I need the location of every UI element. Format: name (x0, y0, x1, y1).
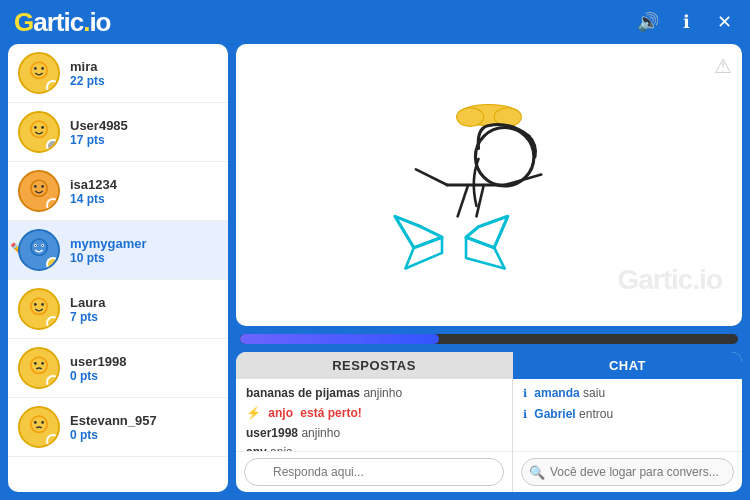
svg-point-8 (34, 126, 37, 129)
svg-point-4 (41, 67, 44, 70)
player-item: Laura 7 pts (8, 280, 228, 339)
chat-username: Gabriel (534, 407, 575, 421)
svg-point-26 (41, 303, 44, 306)
player-info: isa1234 14 pts (70, 177, 218, 206)
player-name: mymygamer (70, 236, 218, 251)
svg-point-14 (41, 185, 44, 188)
sidebar: mira 22 pts User4985 17 pts isa1234 (8, 44, 228, 492)
search-icon: 🔍 (529, 465, 545, 480)
player-info: mymygamer 10 pts (70, 236, 218, 265)
player-pts: 17 pts (70, 133, 218, 147)
player-pts: 22 pts (70, 74, 218, 88)
svg-point-40 (475, 128, 533, 186)
svg-point-25 (34, 303, 37, 306)
message-line: user1998 anjinho (246, 425, 502, 442)
msg-user: bananas de pijamas (246, 386, 360, 400)
close-icon[interactable]: ✕ (712, 10, 736, 34)
avatar (18, 52, 60, 94)
svg-point-35 (34, 421, 37, 424)
chat-action: entrou (579, 407, 613, 421)
player-info: user1998 0 pts (70, 354, 218, 383)
avatar-badge (46, 198, 60, 212)
player-item: isa1234 14 pts (8, 162, 228, 221)
svg-point-38 (457, 108, 484, 127)
avatar (18, 288, 60, 330)
svg-point-21 (42, 245, 43, 246)
chat-message-line: ℹ amanda saiu (523, 385, 732, 402)
respostas-header: RESPOSTAS (236, 352, 512, 379)
avatar (18, 170, 60, 212)
avatar (18, 111, 60, 153)
avatar (18, 229, 60, 271)
svg-line-43 (505, 175, 542, 185)
volume-icon[interactable]: 🔊 (636, 10, 660, 34)
chat-input-wrap: 🔍 (521, 458, 734, 486)
avatar (18, 406, 60, 448)
info-circle-icon: ℹ (523, 387, 527, 399)
player-info: mira 22 pts (70, 59, 218, 88)
chat-input[interactable] (521, 458, 734, 486)
svg-point-30 (34, 362, 37, 365)
chat-input-area: 🔍 (513, 451, 742, 492)
player-name: User4985 (70, 118, 218, 133)
player-name: isa1234 (70, 177, 218, 192)
watermark: Gartic.io (617, 264, 722, 296)
msg-text: anjinho (363, 386, 402, 400)
player-pts: 0 pts (70, 369, 218, 383)
msg-user: user1998 (246, 426, 298, 440)
avatar-badge (46, 257, 60, 271)
chat-header: CHAT (513, 352, 742, 379)
avatar-badge (46, 434, 60, 448)
player-pts: 0 pts (70, 428, 218, 442)
avatar-badge (46, 375, 60, 389)
chat-action: saiu (583, 386, 605, 400)
svg-point-34 (32, 417, 46, 431)
player-name: mira (70, 59, 218, 74)
svg-point-20 (35, 245, 36, 246)
chat-username: amanda (534, 386, 579, 400)
svg-point-36 (41, 421, 44, 424)
player-info: Laura 7 pts (70, 295, 218, 324)
progress-bar-fill (240, 334, 439, 344)
player-pts: 7 pts (70, 310, 218, 324)
player-item: User4985 17 pts (8, 103, 228, 162)
svg-point-29 (32, 358, 46, 372)
player-pts: 10 pts (70, 251, 218, 265)
msg-text: está perto! (300, 406, 361, 420)
chat-message-line: ℹ Gabriel entrou (523, 406, 732, 423)
player-item-active: ✏️ mymygamer 10 pts (8, 221, 228, 280)
info-icon[interactable]: ℹ (674, 10, 698, 34)
messages-area: bananas de pijamas anjinho ⚡ anjo está p… (236, 379, 512, 451)
svg-line-45 (476, 185, 483, 216)
message-line: any anja (246, 444, 502, 451)
svg-point-9 (41, 126, 44, 129)
avatar-badge (46, 316, 60, 330)
avatar (18, 347, 60, 389)
player-item: Estevann_957 0 pts (8, 398, 228, 457)
player-name: Laura (70, 295, 218, 310)
avatar-badge (46, 80, 60, 94)
answer-input-area: ✏️ (236, 451, 512, 492)
player-item: user1998 0 pts (8, 339, 228, 398)
logo: Gartic.io (14, 7, 111, 38)
drawing-panel: ⚠ (236, 44, 742, 326)
svg-point-13 (34, 185, 37, 188)
main-layout: mira 22 pts User4985 17 pts isa1234 (0, 44, 750, 500)
bottom-panel: RESPOSTAS bananas de pijamas anjinho ⚡ a… (236, 352, 742, 492)
svg-line-42 (416, 169, 447, 185)
player-item: mira 22 pts (8, 44, 228, 103)
svg-point-3 (34, 67, 37, 70)
avatar-badge (46, 139, 60, 153)
player-info: Estevann_957 0 pts (70, 413, 218, 442)
answer-input[interactable] (244, 458, 504, 486)
content-area: ⚠ (236, 44, 742, 492)
header-controls: 🔊 ℹ ✕ (636, 10, 736, 34)
bolt-icon: ⚡ (246, 406, 261, 420)
player-info: User4985 17 pts (70, 118, 218, 147)
info-circle-icon: ℹ (523, 408, 527, 420)
player-name: user1998 (70, 354, 218, 369)
msg-user: anjo (268, 406, 293, 420)
message-line-highlight: ⚡ anjo está perto! (246, 405, 502, 422)
player-pts: 14 pts (70, 192, 218, 206)
player-name: Estevann_957 (70, 413, 218, 428)
